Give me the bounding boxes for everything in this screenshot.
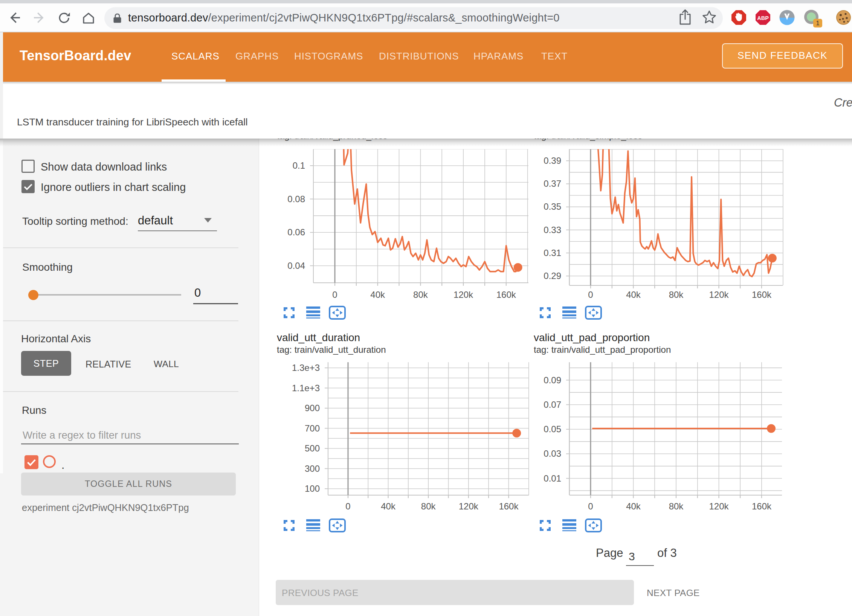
svg-text:0.33: 0.33 bbox=[544, 225, 561, 235]
svg-text:0.39: 0.39 bbox=[544, 156, 561, 166]
svg-text:0.35: 0.35 bbox=[544, 201, 561, 212]
svg-text:120k: 120k bbox=[709, 290, 729, 300]
svg-text:0.31: 0.31 bbox=[544, 248, 561, 258]
svg-text:500: 500 bbox=[305, 443, 320, 453]
svg-text:1.3e+3: 1.3e+3 bbox=[292, 363, 320, 373]
svg-text:120k: 120k bbox=[453, 290, 473, 300]
svg-text:0.05: 0.05 bbox=[544, 424, 561, 434]
svg-text:80k: 80k bbox=[421, 501, 436, 511]
svg-text:0.01: 0.01 bbox=[544, 473, 561, 483]
svg-text:40k: 40k bbox=[381, 501, 396, 511]
svg-text:160k: 160k bbox=[752, 501, 772, 511]
svg-text:900: 900 bbox=[305, 403, 320, 413]
svg-text:0: 0 bbox=[345, 501, 350, 511]
svg-text:120k: 120k bbox=[709, 501, 729, 511]
svg-text:0.1: 0.1 bbox=[293, 160, 305, 171]
svg-text:0: 0 bbox=[588, 501, 593, 511]
svg-text:80k: 80k bbox=[669, 501, 684, 511]
svg-text:80k: 80k bbox=[413, 290, 428, 300]
svg-text:160k: 160k bbox=[499, 501, 519, 511]
svg-text:160k: 160k bbox=[752, 290, 772, 300]
svg-text:0.37: 0.37 bbox=[544, 178, 561, 189]
svg-text:0: 0 bbox=[332, 290, 337, 300]
svg-text:1: 1 bbox=[816, 20, 819, 27]
svg-text:40k: 40k bbox=[370, 290, 385, 300]
svg-text:300: 300 bbox=[305, 464, 320, 474]
svg-text:0.04: 0.04 bbox=[287, 261, 305, 271]
svg-text:ABP: ABP bbox=[757, 15, 769, 21]
svg-text:0: 0 bbox=[588, 290, 593, 300]
svg-text:80k: 80k bbox=[669, 290, 684, 300]
svg-text:0.09: 0.09 bbox=[544, 375, 561, 385]
svg-text:160k: 160k bbox=[496, 290, 516, 300]
svg-text:0.08: 0.08 bbox=[287, 194, 305, 204]
svg-text:1.1e+3: 1.1e+3 bbox=[292, 383, 320, 393]
svg-text:40k: 40k bbox=[626, 290, 641, 300]
svg-text:0.03: 0.03 bbox=[544, 448, 561, 459]
svg-text:0.06: 0.06 bbox=[287, 227, 305, 237]
svg-text:0.07: 0.07 bbox=[544, 399, 561, 410]
svg-text:700: 700 bbox=[305, 423, 320, 433]
svg-text:120k: 120k bbox=[459, 501, 479, 511]
svg-text:40k: 40k bbox=[626, 501, 641, 511]
svg-text:100: 100 bbox=[305, 483, 320, 494]
svg-text:0.29: 0.29 bbox=[544, 271, 561, 281]
